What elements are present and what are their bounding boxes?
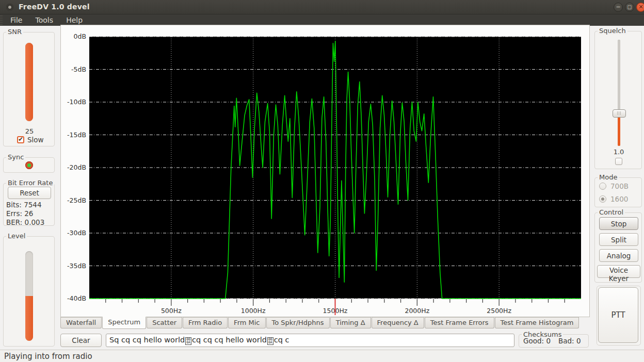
y-tick-label: 0dB xyxy=(74,32,86,40)
control-group: Control Stop Split Analog Voice Keyer xyxy=(594,212,642,283)
y-tick-label: -25dB xyxy=(67,196,86,204)
snr-gauge-fill xyxy=(25,43,33,121)
snr-slow-checkbox[interactable] xyxy=(17,136,24,143)
menu-tools[interactable]: Tools xyxy=(30,14,59,26)
tab-test-frame-errors[interactable]: Test Frame Errors xyxy=(425,317,494,328)
spectrum-plot[interactable]: 0dB-5dB-10dB-15dB-20dB-25dB-30dB-35dB-40… xyxy=(61,25,589,317)
checksums-group: Checksums Good: 0 Bad: 0 xyxy=(519,334,589,348)
squelch-label: Squelch xyxy=(598,27,627,35)
tab-scatter[interactable]: Scatter xyxy=(147,317,182,328)
tab-timing-delta[interactable]: Timing Δ xyxy=(330,317,371,328)
stop-button[interactable]: Stop xyxy=(599,217,638,230)
bit-error-rate-label: Bit Error Rate xyxy=(6,179,54,187)
y-tick-label: -30dB xyxy=(67,229,86,237)
rx-text-segment: cq c xyxy=(274,336,289,344)
rx-text-field[interactable]: Sq cq cq hello world000Acq cq cq hello w… xyxy=(106,334,514,347)
snr-value: 25 xyxy=(4,127,55,135)
y-tick-label: -10dB xyxy=(67,98,86,106)
menu-bar: File Tools Help xyxy=(0,14,644,26)
split-button[interactable]: Split xyxy=(599,233,638,246)
ptt-button[interactable]: PTT xyxy=(598,287,638,343)
app-icon xyxy=(6,4,13,11)
app-window: FreeDV 1.0 devel − ◻ ✕ File Tools Help S… xyxy=(0,0,644,362)
rx-text-segment: cq cq cq hello world xyxy=(192,336,267,344)
control-label: Control xyxy=(598,208,625,216)
squelch-value: 1.0 xyxy=(595,148,642,156)
tab-to-spkr-hdphns[interactable]: To Spkr/Hdphns xyxy=(266,317,330,328)
squelch-slider-handle[interactable] xyxy=(613,109,626,118)
spectrum-panel: 0dB-5dB-10dB-15dB-20dB-25dB-30dB-35dB-40… xyxy=(60,25,590,317)
y-tick-label: -35dB xyxy=(67,262,86,270)
reset-button[interactable]: Reset xyxy=(8,187,51,199)
status-text: Playing into from radio xyxy=(4,352,92,361)
title-bar: FreeDV 1.0 devel − ◻ ✕ xyxy=(0,0,644,14)
minimize-icon[interactable]: − xyxy=(614,3,623,12)
sync-led-icon xyxy=(25,161,33,169)
clear-button[interactable]: Clear xyxy=(60,334,102,347)
voice-keyer-button[interactable]: Voice Keyer xyxy=(597,265,640,278)
squelch-group: Squelch 1.0 xyxy=(594,31,642,169)
mode-label: Mode xyxy=(598,173,619,181)
tab-frm-radio[interactable]: Frm Radio xyxy=(183,317,228,328)
tab-test-frame-histogram[interactable]: Test Frame Histogram xyxy=(495,317,579,328)
status-bar: Playing into from radio xyxy=(0,350,644,362)
snr-label: SNR xyxy=(6,28,23,36)
plot-tab-bar: Waterfall Spectrum Scatter Frm Radio Frm… xyxy=(60,317,590,330)
mode-radio-700b-label[interactable]: 700B xyxy=(610,182,629,190)
level-gauge-fill xyxy=(25,296,33,341)
sync-label: Sync xyxy=(6,153,25,161)
maximize-icon[interactable]: ◻ xyxy=(625,3,634,12)
ptt-group: PTT xyxy=(597,286,641,345)
level-gauge xyxy=(25,251,33,341)
menu-help[interactable]: Help xyxy=(61,14,88,26)
sync-group: Sync xyxy=(3,157,55,173)
analog-button[interactable]: Analog xyxy=(599,249,638,262)
mode-radio-1600[interactable] xyxy=(599,195,606,203)
mode-radio-700b[interactable] xyxy=(599,183,606,190)
newline-glyph-icon: 000A xyxy=(267,337,273,345)
tab-frequency-delta[interactable]: Frequency Δ xyxy=(372,317,424,328)
rx-text-segment: Sq cq cq hello world xyxy=(109,336,185,344)
menu-grip-icon xyxy=(0,15,3,25)
snr-slow-checkbox-label[interactable]: Slow xyxy=(27,136,44,144)
x-tick-label: 2000Hz xyxy=(405,307,429,315)
squelch-slider-fill xyxy=(618,113,620,146)
errs-count: Errs: 26 xyxy=(6,209,33,218)
mode-radio-1600-label[interactable]: 1600 xyxy=(610,195,628,203)
bit-error-rate-group: Bit Error Rate Reset Bits: 7544 Errs: 26… xyxy=(3,183,55,226)
newline-glyph-icon: 000A xyxy=(185,337,191,345)
y-tick-label: -5dB xyxy=(71,65,86,73)
x-tick-label: 1000Hz xyxy=(241,307,266,315)
ber-value: BER: 0.003 xyxy=(6,218,44,226)
level-group: Level xyxy=(3,236,55,347)
checksums-good: Good: 0 xyxy=(523,337,551,345)
bits-count: Bits: 7544 xyxy=(6,201,42,209)
close-icon[interactable]: ✕ xyxy=(636,3,644,12)
checksums-bad: Bad: 0 xyxy=(558,337,581,345)
y-tick-label: -40dB xyxy=(67,294,86,302)
tab-waterfall[interactable]: Waterfall xyxy=(60,317,102,328)
x-tick-label: 500Hz xyxy=(161,307,182,315)
y-tick-label: -20dB xyxy=(67,163,86,171)
x-tick-label: 2500Hz xyxy=(487,307,511,315)
snr-group: SNR 25 Slow xyxy=(3,32,55,146)
window-title: FreeDV 1.0 devel xyxy=(19,3,90,11)
tab-frm-mic[interactable]: Frm Mic xyxy=(228,317,265,328)
level-label: Level xyxy=(6,232,27,240)
menu-file[interactable]: File xyxy=(5,14,27,26)
squelch-checkbox[interactable] xyxy=(615,158,622,165)
mode-group: Mode 700B 1600 xyxy=(594,177,642,207)
snr-gauge xyxy=(25,43,33,121)
tab-spectrum[interactable]: Spectrum xyxy=(102,317,146,329)
y-tick-label: -15dB xyxy=(67,131,86,139)
